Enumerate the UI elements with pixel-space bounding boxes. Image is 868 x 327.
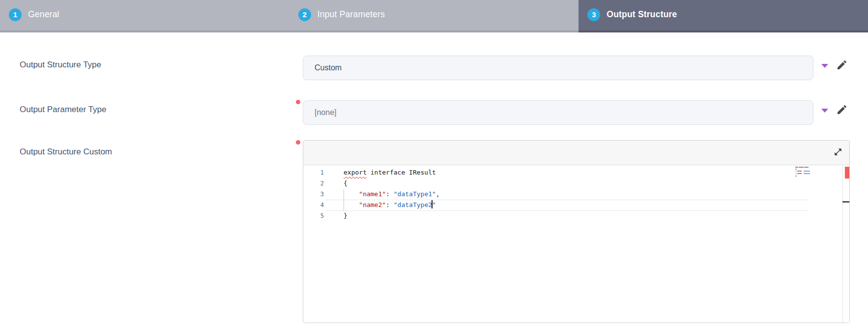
step-number-badge: 2 bbox=[298, 8, 311, 21]
required-indicator-dot bbox=[296, 100, 300, 104]
code-token: "dataType1" bbox=[394, 190, 436, 198]
code-token: : bbox=[386, 201, 394, 208]
code-line: 3 "name1": "dataType1", bbox=[303, 189, 849, 200]
code-text: "name1": "dataType1", bbox=[344, 189, 440, 200]
code-line: 2{ bbox=[303, 178, 849, 189]
step-number-badge: 1 bbox=[9, 8, 22, 21]
output-structure-type-label: Output Structure Type bbox=[20, 60, 101, 70]
tab-general[interactable]: 1 General bbox=[0, 0, 289, 32]
output-structure-custom-label: Output Structure Custom bbox=[20, 147, 112, 157]
pencil-icon bbox=[836, 104, 848, 116]
line-number: 5 bbox=[303, 210, 324, 221]
line-number: 1 bbox=[303, 167, 324, 178]
edit-pencil-button[interactable] bbox=[836, 59, 848, 72]
edit-pencil-button[interactable] bbox=[836, 104, 848, 117]
step-number-badge: 3 bbox=[587, 8, 600, 21]
expand-fullscreen-button[interactable] bbox=[833, 147, 843, 158]
output-parameter-type-dropdown[interactable]: [none] bbox=[303, 100, 813, 125]
code-line: 4 "name2": "dataType2" bbox=[303, 200, 849, 210]
chevron-down-icon[interactable] bbox=[821, 64, 828, 68]
code-line: 1export interface IResult bbox=[303, 167, 849, 178]
line-number: 4 bbox=[303, 200, 324, 210]
tab-input-parameters[interactable]: 2 Input Parameters bbox=[289, 0, 579, 32]
code-token bbox=[344, 201, 359, 208]
tab-label: General bbox=[28, 9, 59, 20]
dropdown-selected-value: Custom bbox=[315, 63, 342, 72]
code-token: "name1" bbox=[359, 190, 386, 198]
wizard-tab-bar: 1 General 2 Input Parameters 3 Output St… bbox=[0, 0, 868, 32]
code-token bbox=[344, 190, 359, 198]
output-structure-type-dropdown[interactable]: Custom bbox=[303, 56, 813, 80]
tab-label: Output Structure bbox=[607, 9, 677, 20]
code-text: export interface IResult bbox=[344, 167, 436, 178]
code-token: } bbox=[344, 212, 347, 219]
code-text: "name2": "dataType2" bbox=[344, 200, 436, 210]
code-token: "dataType2 bbox=[394, 201, 432, 208]
line-number: 2 bbox=[303, 178, 324, 189]
code-text: } bbox=[344, 210, 347, 221]
required-indicator-dot bbox=[296, 140, 300, 145]
chevron-down-icon[interactable] bbox=[821, 109, 828, 113]
code-token: { bbox=[344, 179, 347, 187]
code-token: : bbox=[386, 190, 394, 198]
line-number: 3 bbox=[303, 189, 324, 200]
expand-icon bbox=[834, 148, 842, 156]
code-editor: 1export interface IResult2{3 "name1": "d… bbox=[303, 140, 850, 323]
editor-toolbar bbox=[303, 141, 849, 165]
code-pane[interactable]: 1export interface IResult2{3 "name1": "d… bbox=[303, 166, 849, 323]
dropdown-selected-value: [none] bbox=[315, 108, 336, 117]
code-token: "name2" bbox=[359, 201, 386, 208]
code-token: " bbox=[432, 201, 436, 208]
output-parameter-type-label: Output Parameter Type bbox=[20, 105, 106, 115]
code-token: export bbox=[344, 169, 367, 176]
code-text: { bbox=[344, 178, 347, 189]
code-token: , bbox=[436, 190, 440, 198]
pencil-icon bbox=[836, 59, 848, 71]
code-line: 5} bbox=[303, 210, 849, 221]
tab-label: Input Parameters bbox=[318, 9, 385, 20]
tab-output-structure[interactable]: 3 Output Structure bbox=[579, 0, 868, 32]
code-token: interface IResult bbox=[367, 169, 436, 176]
